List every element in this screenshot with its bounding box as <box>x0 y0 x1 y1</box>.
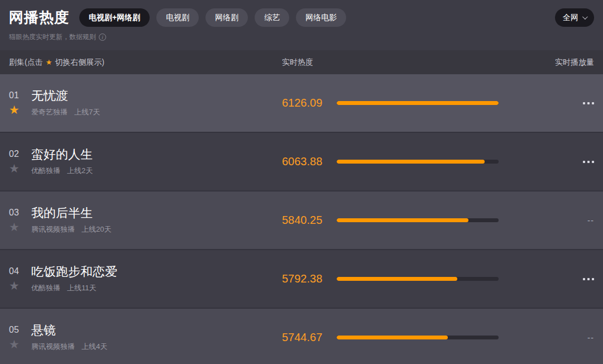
tab[interactable]: 电视剧+网络剧 <box>79 8 150 27</box>
table-row[interactable]: 02 ★ 蛮好的人生 优酷独播上线2天 6063.88 <box>0 133 603 190</box>
series-title[interactable]: 悬镜 <box>31 323 282 338</box>
series-header-suffix: 切换右侧展示) <box>55 58 104 68</box>
table-row[interactable]: 04 ★ 吃饭跑步和恋爱 优酷独播上线11天 5792.38 <box>0 250 603 308</box>
loading-dot <box>587 102 590 104</box>
loading-dot <box>587 278 590 280</box>
rank-number: 03 <box>9 207 31 219</box>
heat-bar-track <box>337 277 499 281</box>
heat-value: 5792.38 <box>282 272 322 285</box>
rank-number: 05 <box>9 324 31 336</box>
tab[interactable]: 网络电影 <box>296 8 346 27</box>
page-header: 网播热度 电视剧+网络剧 电视剧 网络剧 综艺 网络电影 全网 猫眼热度实时更新… <box>0 0 603 50</box>
tab[interactable]: 综艺 <box>255 8 289 27</box>
star-icon[interactable]: ★ <box>9 338 31 351</box>
heat-cell: 5744.67 <box>282 331 337 344</box>
loading-dot <box>587 161 590 163</box>
online-days-label: 上线7天 <box>74 108 100 116</box>
heat-bar-cell <box>337 218 499 222</box>
series-meta: 优酷独播上线11天 <box>31 283 282 293</box>
rank-number: 01 <box>9 89 31 102</box>
subtitle: 猫眼热度实时更新，数据规则 i <box>9 32 594 42</box>
ranking-list: 01 ★ 无忧渡 爱奇艺独播上线7天 6126.09 02 ★ 蛮好的人生 优酷… <box>0 74 603 364</box>
rank-column: 03 ★ <box>9 207 31 234</box>
network-filter-label: 全网 <box>563 13 578 23</box>
star-icon[interactable]: ★ <box>9 103 31 117</box>
info-icon[interactable]: i <box>99 33 106 41</box>
loading-dot <box>592 278 594 280</box>
data-rules-link[interactable]: 数据规则 <box>69 32 96 42</box>
heat-bar-cell <box>337 277 499 281</box>
tab[interactable]: 网络剧 <box>205 8 248 27</box>
table-row[interactable]: 03 ★ 我的后半生 腾讯视频独播上线20天 5840.25 -- <box>0 191 603 249</box>
heat-value: 5840.25 <box>282 214 322 226</box>
loading-dot <box>583 161 585 163</box>
loading-dot <box>583 102 585 104</box>
platform-label: 优酷独播 <box>31 166 60 175</box>
series-title[interactable]: 蛮好的人生 <box>31 147 282 162</box>
star-icon[interactable]: ★ <box>9 279 31 293</box>
online-days-label: 上线11天 <box>67 284 97 292</box>
rank-column: 02 ★ <box>9 148 31 175</box>
table-header: 剧集(点击 ★ 切换右侧展示) 实时热度 实时播放量 <box>0 50 603 74</box>
chevron-down-icon <box>582 14 588 20</box>
page-title: 网播热度 <box>9 8 69 27</box>
column-header-heat: 实时热度 <box>282 58 499 68</box>
tab[interactable]: 电视剧 <box>156 8 199 27</box>
rank-number: 04 <box>9 265 31 277</box>
series-info: 吃饭跑步和恋爱 优酷独播上线11天 <box>31 265 282 293</box>
heat-bar-cell <box>337 101 499 105</box>
loading-dot <box>592 102 594 104</box>
star-icon[interactable]: ★ <box>9 162 31 175</box>
table-row[interactable]: 01 ★ 无忧渡 爱奇艺独播上线7天 6126.09 <box>0 74 603 132</box>
series-title[interactable]: 吃饭跑步和恋爱 <box>31 265 282 279</box>
heat-bar-fill <box>337 160 485 164</box>
platform-label: 爱奇艺独播 <box>31 108 68 116</box>
series-info: 悬镜 腾讯视频独播上线4天 <box>31 323 282 352</box>
heat-bar-fill <box>337 218 468 222</box>
tab-label: 网络电影 <box>305 13 337 23</box>
table-row[interactable]: 05 ★ 悬镜 腾讯视频独播上线4天 5744.67 -- <box>0 309 603 364</box>
series-meta: 腾讯视频独播上线20天 <box>31 224 282 234</box>
series-title[interactable]: 我的后半生 <box>31 206 282 221</box>
heat-bar-fill <box>337 277 457 281</box>
platform-label: 腾讯视频独播 <box>31 342 75 351</box>
heat-cell: 6063.88 <box>282 155 337 168</box>
tab-label: 电视剧+网络剧 <box>89 13 140 23</box>
tab-label: 电视剧 <box>166 13 189 23</box>
series-info: 无忧渡 爱奇艺独播上线7天 <box>31 89 282 117</box>
tab-bar: 电视剧+网络剧 电视剧 网络剧 综艺 网络电影 <box>79 8 346 27</box>
plays-cell <box>499 278 594 280</box>
header-top: 网播热度 电视剧+网络剧 电视剧 网络剧 综艺 网络电影 全网 <box>9 8 594 27</box>
star-icon[interactable]: ★ <box>9 221 31 234</box>
rank-column: 01 ★ <box>9 89 31 117</box>
online-days-label: 上线4天 <box>82 342 107 351</box>
rank-number: 02 <box>9 148 31 160</box>
heat-bar-fill <box>337 336 448 339</box>
rank-column: 05 ★ <box>9 324 31 351</box>
heat-bar-fill <box>337 101 499 105</box>
series-title[interactable]: 无忧渡 <box>31 89 282 103</box>
series-meta: 腾讯视频独播上线4天 <box>31 342 282 352</box>
plays-cell <box>499 161 594 163</box>
series-info: 蛮好的人生 优酷独播上线2天 <box>31 147 282 176</box>
platform-label: 优酷独播 <box>31 284 60 292</box>
plays-cell: -- <box>499 215 594 225</box>
platform-label: 腾讯视频独播 <box>31 225 75 233</box>
rank-column: 04 ★ <box>9 265 31 293</box>
series-header-prefix: 剧集(点击 <box>9 58 43 68</box>
subtitle-text: 猫眼热度实时更新， <box>9 32 69 42</box>
loading-dot <box>583 278 585 280</box>
heat-bar-cell <box>337 336 499 339</box>
heat-bar-track <box>337 336 499 339</box>
heat-bar-track <box>337 160 499 164</box>
column-header-series: 剧集(点击 ★ 切换右侧展示) <box>9 58 282 68</box>
heat-cell: 6126.09 <box>282 97 337 109</box>
online-days-label: 上线20天 <box>82 225 111 233</box>
heat-bar-cell <box>337 160 499 164</box>
network-filter-dropdown[interactable]: 全网 <box>555 8 594 27</box>
plays-cell: -- <box>499 333 594 342</box>
heat-cell: 5792.38 <box>282 272 337 285</box>
column-header-plays: 实时播放量 <box>499 58 594 68</box>
series-info: 我的后半生 腾讯视频独播上线20天 <box>31 206 282 234</box>
heat-bar-track <box>337 218 499 222</box>
